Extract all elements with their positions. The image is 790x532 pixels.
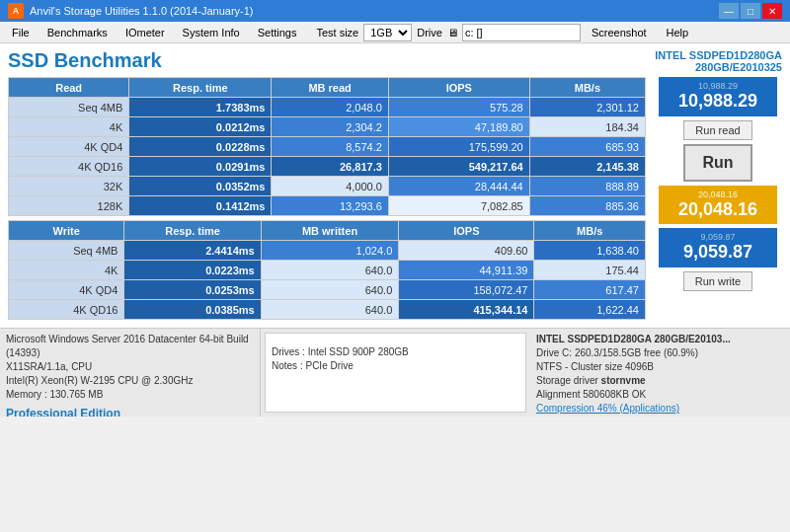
mbs: 885.36: [529, 196, 645, 216]
iops: 47,189.80: [388, 117, 529, 137]
title-bar: A Anvil's Storage Utilities 1.1.0 (2014-…: [0, 0, 790, 22]
resp-time: 0.0352ms: [129, 177, 272, 196]
resp-time: 0.0253ms: [124, 280, 261, 300]
system-info-section: Microsoft Windows Server 2016 Datacenter…: [0, 329, 261, 417]
mbs: 175.44: [534, 261, 646, 280]
row-label: Seq 4MB: [9, 241, 124, 261]
mbs: 2,301.12: [529, 98, 645, 117]
score-run-label: 20,048.16: [667, 190, 769, 199]
table-row: Seq 4MB 1.7383ms 2,048.0 575.28 2,301.12: [9, 98, 646, 117]
benchmark-area: Read Resp. time MB read IOPS MB/s Seq 4M…: [8, 77, 782, 324]
compression-link[interactable]: Compression 46% (Applications): [536, 403, 679, 414]
resp-time: 2.4414ms: [124, 241, 261, 261]
storage-driver: Storage driver stornvme: [536, 374, 784, 388]
write-header-row: Write Resp. time MB written IOPS MB/s: [9, 221, 646, 241]
iops: 549,217.64: [388, 157, 529, 177]
table-row: 32K 0.0352ms 4,000.0 28,444.44 888.89: [9, 177, 646, 196]
row-label: 4K: [9, 261, 124, 280]
run-write-button[interactable]: Run write: [683, 271, 752, 291]
score-write-box: 9,059.87 9,059.87: [659, 228, 777, 267]
table-row: 4K 0.0212ms 2,304.2 47,189.80 184.34: [9, 117, 646, 137]
os-info: Microsoft Windows Server 2016 Datacenter…: [6, 333, 254, 360]
run-button[interactable]: Run: [683, 144, 752, 182]
resp-time: 0.0228ms: [129, 137, 272, 157]
table-row: 4K 0.0223ms 640.0 44,911.39 175.44: [9, 261, 646, 280]
drive-input[interactable]: [462, 24, 581, 41]
mb-written: 1,024.0: [261, 241, 399, 261]
close-button[interactable]: ✕: [762, 3, 782, 19]
run-read-button[interactable]: Run read: [683, 120, 752, 140]
mb-written: 640.0: [261, 261, 399, 280]
score-run-box: 20,048.16 20,048.16: [659, 186, 777, 225]
iops: 7,082.85: [388, 196, 529, 216]
drive-fs: NTFS - Cluster size 4096B: [536, 360, 784, 374]
resp-time: 1.7383ms: [129, 98, 272, 117]
resp-time: 0.0212ms: [129, 117, 272, 137]
mbs: 184.34: [529, 117, 645, 137]
menu-benchmarks[interactable]: Benchmarks: [40, 23, 116, 42]
drive-icon: 🖥: [447, 27, 458, 38]
iops: 28,444.44: [388, 177, 529, 196]
mb-read: 2,304.2: [272, 117, 388, 137]
score-read-box: 10,988.29 10,988.29: [659, 77, 777, 116]
test-size-select[interactable]: 1GB: [363, 24, 412, 41]
row-label: 4K: [9, 117, 129, 137]
window-title: Anvil's Storage Utilities 1.1.0 (2014-Ja…: [30, 5, 719, 17]
col-write: Write: [9, 221, 124, 241]
menu-settings[interactable]: Settings: [250, 23, 305, 42]
table-row: 4K QD4 0.0228ms 8,574.2 175,599.20 685.9…: [9, 137, 646, 157]
drive-info: INTEL SSDPED1D280GA 280GB/E2010325: [655, 49, 782, 73]
mbs: 617.47: [534, 280, 646, 300]
notes-label: Notes : PCIe Drive: [272, 359, 519, 373]
col-read: Read: [9, 78, 129, 98]
menu-system-info[interactable]: System Info: [175, 23, 248, 42]
maximize-button[interactable]: □: [741, 3, 760, 19]
cpu-info: Intel(R) Xeon(R) W-2195 CPU @ 2.30GHz: [6, 374, 254, 388]
drive-model: INTEL SSDPED1D280GA: [655, 49, 782, 61]
drives-label: Drives : Intel SSD 900P 280GB: [272, 345, 519, 359]
col-iops: IOPS: [399, 221, 534, 241]
screenshot-button[interactable]: Screenshot: [583, 23, 656, 42]
drive-label: Drive: [417, 27, 442, 38]
mb-read: 8,574.2: [272, 137, 388, 157]
main-content: SSD Benchmark INTEL SSDPED1D280GA 280GB/…: [0, 43, 790, 328]
mbs: 685.93: [529, 137, 645, 157]
table-row: 4K QD16 0.0385ms 640.0 415,344.14 1,622.…: [9, 300, 646, 320]
mb-read: 13,293.6: [272, 196, 388, 216]
mbs: 2,145.38: [529, 157, 645, 177]
drive-notes-section: Drives : Intel SSD 900P 280GB Notes : PC…: [265, 333, 526, 413]
row-label: 4K QD16: [9, 300, 124, 320]
row-label: 128K: [9, 196, 129, 216]
score-write-label: 9,059.87: [667, 232, 769, 242]
help-button[interactable]: Help: [658, 23, 698, 42]
menu-bar: File Benchmarks IOmeter System Info Sett…: [0, 22, 790, 43]
menu-iometer[interactable]: IOmeter: [118, 23, 173, 42]
iops: 415,344.14: [399, 300, 534, 320]
iops: 575.28: [388, 98, 529, 117]
read-table: Read Resp. time MB read IOPS MB/s Seq 4M…: [8, 77, 646, 216]
resp-time: 0.0291ms: [129, 157, 272, 177]
col-resp-time: Resp. time: [129, 78, 272, 98]
row-label: 4K QD16: [9, 157, 129, 177]
mbs: 1,638.40: [534, 241, 646, 261]
app-title: SSD Benchmark: [8, 49, 162, 72]
table-row: Seq 4MB 2.4414ms 1,024.0 409.60 1,638.40: [9, 241, 646, 261]
col-mb-read: MB read: [272, 78, 388, 98]
drive-space: Drive C: 260.3/158.5GB free (60.9%): [536, 346, 784, 360]
col-mb-written: MB written: [261, 221, 399, 241]
col-iops: IOPS: [388, 78, 529, 98]
score-read-value: 10,988.29: [667, 91, 769, 113]
score-run-value: 20,048.16: [667, 199, 769, 221]
benchmark-tables: Read Resp. time MB read IOPS MB/s Seq 4M…: [8, 77, 646, 324]
mb-read: 4,000.0: [272, 177, 388, 196]
menu-file[interactable]: File: [4, 23, 38, 42]
score-read-label: 10,988.29: [667, 81, 769, 91]
edition-label: Professional Edition: [6, 406, 254, 417]
drive-model-detail: INTEL SSDPED1D280GA 280GB/E20103...: [536, 333, 784, 346]
iops: 158,072.47: [399, 280, 534, 300]
row-label: 32K: [9, 177, 129, 196]
mb-read: 2,048.0: [272, 98, 388, 117]
row-label: Seq 4MB: [9, 98, 129, 117]
minimize-button[interactable]: —: [719, 3, 739, 19]
read-header-row: Read Resp. time MB read IOPS MB/s: [9, 78, 646, 98]
